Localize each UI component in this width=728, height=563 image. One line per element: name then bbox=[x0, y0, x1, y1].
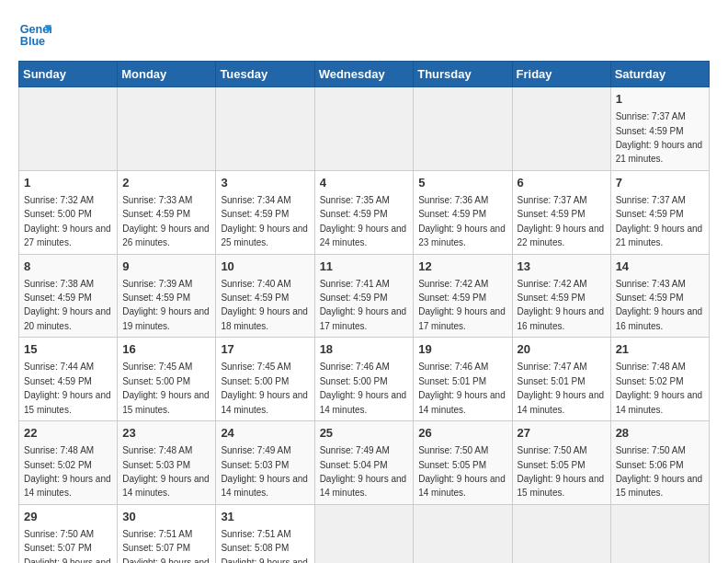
day-cell-26: 26Sunrise: 7:50 AMSunset: 5:05 PMDayligh… bbox=[414, 421, 512, 505]
day-cell-24: 24Sunrise: 7:49 AMSunset: 5:03 PMDayligh… bbox=[216, 421, 314, 505]
weekday-header-sunday: Sunday bbox=[19, 62, 118, 87]
day-cell-6: 6Sunrise: 7:37 AMSunset: 4:59 PMDaylight… bbox=[512, 170, 610, 254]
weekday-header-thursday: Thursday bbox=[414, 62, 512, 87]
day-cell-9: 9Sunrise: 7:39 AMSunset: 4:59 PMDaylight… bbox=[118, 254, 216, 338]
calendar-row: 1Sunrise: 7:32 AMSunset: 5:00 PMDaylight… bbox=[19, 170, 710, 254]
day-cell-8: 8Sunrise: 7:38 AMSunset: 4:59 PMDaylight… bbox=[19, 254, 118, 338]
day-cell-28: 28Sunrise: 7:50 AMSunset: 5:06 PMDayligh… bbox=[610, 421, 709, 505]
logo: General Blue bbox=[18, 18, 51, 52]
day-cell-21: 21Sunrise: 7:48 AMSunset: 5:02 PMDayligh… bbox=[610, 338, 709, 421]
day-cell-11: 11Sunrise: 7:41 AMSunset: 4:59 PMDayligh… bbox=[314, 254, 414, 338]
day-cell-18: 18Sunrise: 7:46 AMSunset: 5:00 PMDayligh… bbox=[314, 338, 414, 421]
empty-cell bbox=[414, 87, 512, 171]
day-cell-22: 22Sunrise: 7:48 AMSunset: 5:02 PMDayligh… bbox=[19, 421, 118, 505]
day-cell-7: 7Sunrise: 7:37 AMSunset: 4:59 PMDaylight… bbox=[610, 170, 709, 254]
empty-cell bbox=[314, 504, 414, 563]
day-cell-5: 5Sunrise: 7:36 AMSunset: 4:59 PMDaylight… bbox=[414, 170, 512, 254]
day-cell-1: 1Sunrise: 7:32 AMSunset: 5:00 PMDaylight… bbox=[19, 170, 118, 254]
day-cell-1: 1Sunrise: 7:37 AMSunset: 4:59 PMDaylight… bbox=[610, 87, 709, 171]
day-cell-12: 12Sunrise: 7:42 AMSunset: 4:59 PMDayligh… bbox=[414, 254, 512, 338]
day-cell-13: 13Sunrise: 7:42 AMSunset: 4:59 PMDayligh… bbox=[512, 254, 610, 338]
day-cell-30: 30Sunrise: 7:51 AMSunset: 5:07 PMDayligh… bbox=[118, 504, 216, 563]
empty-cell bbox=[314, 87, 414, 171]
weekday-header-tuesday: Tuesday bbox=[216, 62, 314, 87]
calendar-row: 22Sunrise: 7:48 AMSunset: 5:02 PMDayligh… bbox=[19, 421, 710, 505]
calendar-table: SundayMondayTuesdayWednesdayThursdayFrid… bbox=[18, 61, 710, 563]
day-cell-4: 4Sunrise: 7:35 AMSunset: 4:59 PMDaylight… bbox=[314, 170, 414, 254]
calendar-row: 1Sunrise: 7:37 AMSunset: 4:59 PMDaylight… bbox=[19, 87, 710, 171]
empty-cell bbox=[118, 87, 216, 171]
day-cell-29: 29Sunrise: 7:50 AMSunset: 5:07 PMDayligh… bbox=[19, 504, 118, 563]
weekday-header-monday: Monday bbox=[118, 62, 216, 87]
empty-cell bbox=[19, 87, 118, 171]
day-cell-31: 31Sunrise: 7:51 AMSunset: 5:08 PMDayligh… bbox=[216, 504, 314, 563]
empty-cell bbox=[216, 87, 314, 171]
day-cell-14: 14Sunrise: 7:43 AMSunset: 4:59 PMDayligh… bbox=[610, 254, 709, 338]
empty-cell bbox=[414, 504, 512, 563]
day-cell-19: 19Sunrise: 7:46 AMSunset: 5:01 PMDayligh… bbox=[414, 338, 512, 421]
calendar-row: 15Sunrise: 7:44 AMSunset: 4:59 PMDayligh… bbox=[19, 338, 710, 421]
day-cell-17: 17Sunrise: 7:45 AMSunset: 5:00 PMDayligh… bbox=[216, 338, 314, 421]
weekday-header-row: SundayMondayTuesdayWednesdayThursdayFrid… bbox=[19, 62, 710, 87]
svg-text:Blue: Blue bbox=[20, 35, 45, 48]
empty-cell bbox=[512, 87, 610, 171]
day-cell-10: 10Sunrise: 7:40 AMSunset: 4:59 PMDayligh… bbox=[216, 254, 314, 338]
calendar-row: 8Sunrise: 7:38 AMSunset: 4:59 PMDaylight… bbox=[19, 254, 710, 338]
weekday-header-friday: Friday bbox=[512, 62, 610, 87]
day-cell-20: 20Sunrise: 7:47 AMSunset: 5:01 PMDayligh… bbox=[512, 338, 610, 421]
day-cell-2: 2Sunrise: 7:33 AMSunset: 4:59 PMDaylight… bbox=[118, 170, 216, 254]
logo-icon: General Blue bbox=[18, 18, 51, 52]
empty-cell bbox=[512, 504, 610, 563]
day-cell-23: 23Sunrise: 7:48 AMSunset: 5:03 PMDayligh… bbox=[118, 421, 216, 505]
weekday-header-saturday: Saturday bbox=[610, 62, 709, 87]
page-header: General Blue bbox=[18, 18, 710, 52]
day-cell-25: 25Sunrise: 7:49 AMSunset: 5:04 PMDayligh… bbox=[314, 421, 414, 505]
day-cell-3: 3Sunrise: 7:34 AMSunset: 4:59 PMDaylight… bbox=[216, 170, 314, 254]
day-cell-27: 27Sunrise: 7:50 AMSunset: 5:05 PMDayligh… bbox=[512, 421, 610, 505]
day-cell-16: 16Sunrise: 7:45 AMSunset: 5:00 PMDayligh… bbox=[118, 338, 216, 421]
calendar-row: 29Sunrise: 7:50 AMSunset: 5:07 PMDayligh… bbox=[19, 504, 710, 563]
day-cell-15: 15Sunrise: 7:44 AMSunset: 4:59 PMDayligh… bbox=[19, 338, 118, 421]
empty-cell bbox=[610, 504, 709, 563]
weekday-header-wednesday: Wednesday bbox=[314, 62, 414, 87]
